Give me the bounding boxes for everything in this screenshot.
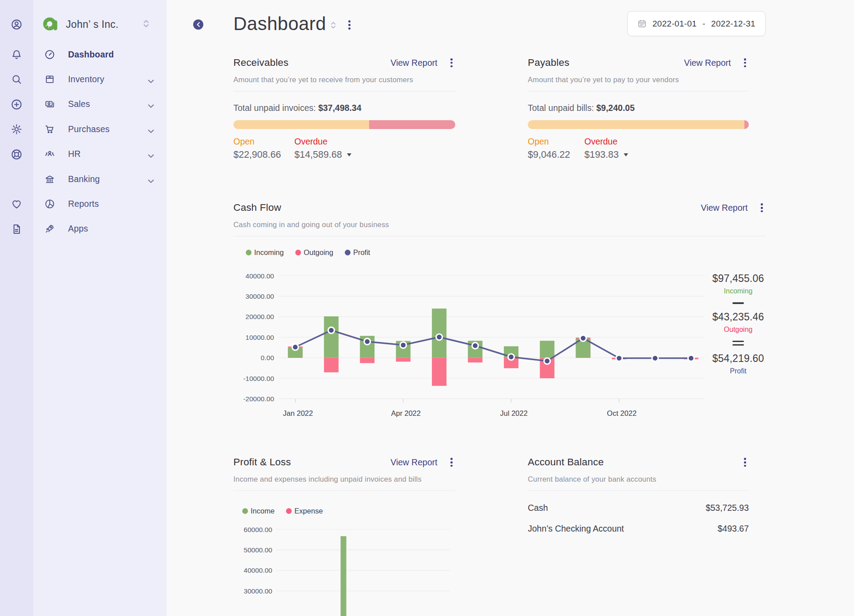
payables-title: Payables [528,57,569,68]
cashflow-title: Cash Flow [233,202,281,213]
cashflow-summary: $97,455.06 Incoming $43,235.46 Outgoing … [711,273,766,375]
sidebar-nav: Dashboard Inventory Sales Purchases [33,42,167,241]
svg-text:20000.00: 20000.00 [245,313,274,321]
overdue-dropdown-caret[interactable] [347,153,351,156]
account-row: John’s Checking Account $493.67 [528,524,749,534]
legend-incoming[interactable]: Incoming [246,248,284,257]
payables-subtitle: Amount that you’re yet to pay to your ve… [528,76,749,91]
profit-loss-kebab[interactable] [448,455,455,469]
legend-outgoing[interactable]: Outgoing [295,248,333,257]
sidebar-item-sales[interactable]: Sales [33,92,167,117]
payables-total: Total unpaid bills: $9,240.05 [528,103,749,113]
outgoing-dot-icon [295,250,301,255]
payables-kebab[interactable] [741,56,749,70]
company-switch-carets-icon[interactable] [143,20,149,29]
account-name: John’s Checking Account [528,524,624,534]
overdue-dropdown-caret[interactable] [624,153,628,156]
sidebar-item-apps[interactable]: Apps [33,217,167,241]
payables-open: Open $9,046.22 [528,137,584,160]
receivables-view-report-link[interactable]: View Report [391,58,438,68]
heart-icon[interactable] [11,198,23,210]
calendar-icon [637,19,647,28]
overdue-progress-segment [369,120,455,129]
svg-text:50000.00: 50000.00 [244,546,272,554]
incoming-total: $97,455.06 [711,273,766,285]
cashflow-view-report-link[interactable]: View Report [701,203,748,213]
receivables-subtitle: Amount that you’re yet to receive from y… [233,76,455,91]
life-ring-icon[interactable] [11,148,23,160]
svg-text:Oct 2022: Oct 2022 [607,409,637,417]
pie-icon [44,198,55,209]
date-range-picker[interactable]: 2022-01-01 - 2022-12-31 [627,11,766,36]
open-progress-segment [528,120,744,129]
box-icon [44,74,55,85]
svg-text:-20000.00: -20000.00 [243,395,274,403]
receivables-open: Open $22,908.66 [233,137,294,160]
account-balance-kebab[interactable] [741,455,749,469]
svg-text:-10000.00: -10000.00 [243,375,274,382]
people-icon [44,148,55,160]
plus-circle-icon[interactable] [11,99,23,110]
cashflow-kebab[interactable] [758,201,766,215]
receivables-card: Receivables View Report Amount that you’… [233,56,455,160]
icon-rail [0,0,33,616]
cashflow-subtitle: Cash coming in and going out of your bus… [233,221,766,236]
dashboard-switch-carets-icon[interactable] [331,22,336,30]
date-separator: - [702,19,705,29]
company-name: John’ s Inc. [66,19,118,30]
incoming-dot-icon [246,250,252,255]
profit-loss-subtitle: Income and expenses including unpaid inv… [233,475,455,491]
svg-text:10000.00: 10000.00 [245,334,274,341]
payables-card: Payables View Report Amount that you’re … [528,56,749,160]
search-icon[interactable] [11,73,23,85]
equals-icon [732,341,744,346]
date-end: 2022-12-31 [711,19,755,29]
svg-text:30000.00: 30000.00 [245,293,274,300]
company-switcher[interactable]: John’ s Inc. [43,15,160,34]
svg-text:60000.00: 60000.00 [244,526,272,533]
dashboard-menu-kebab[interactable] [346,18,353,32]
sidebar-item-purchases[interactable]: Purchases [33,117,167,141]
user-circle-icon[interactable] [11,19,23,30]
rocket-icon [44,223,55,234]
cashflow-chart: 40000.0030000.0020000.0010000.000.00-100… [233,269,706,422]
akaunting-logo-icon [43,16,59,32]
document-icon[interactable] [11,223,23,235]
receivables-kebab[interactable] [448,56,455,70]
bottom-cards-row: Profit & Loss View Report Income and exp… [233,455,766,616]
cash-icon [44,99,55,110]
sidebar-collapse-button[interactable] [193,19,203,30]
account-name: Cash [528,503,548,513]
outgoing-total: $43,235.46 [711,311,766,323]
sidebar-item-banking[interactable]: Banking [33,167,167,191]
profit-total: $54,219.60 [711,353,766,365]
sidebar-item-reports[interactable]: Reports [33,191,167,216]
account-balance-card: Account Balance Current balance of your … [528,455,749,616]
profit-loss-view-report-link[interactable]: View Report [391,457,438,468]
chevron-down-icon [148,77,154,81]
legend-profit[interactable]: Profit [345,248,370,257]
account-balance-value: $53,725.93 [705,503,749,513]
payables-view-report-link[interactable]: View Report [684,58,731,68]
gear-icon[interactable] [11,123,23,135]
sidebar-item-dashboard[interactable]: Dashboard [33,42,167,67]
svg-text:Apr 2022: Apr 2022 [391,409,421,417]
profit-loss-title: Profit & Loss [233,456,291,468]
sidebar-item-hr[interactable]: HR [33,142,167,167]
svg-text:40000.00: 40000.00 [244,567,272,574]
sidebar-item-inventory[interactable]: Inventory [33,67,167,91]
profit-dot-icon [345,250,351,255]
payables-progress-bar [528,120,749,129]
receivables-overdue: Overdue $14,589.68 [294,137,355,160]
receivables-progress-bar [233,120,455,129]
bell-icon[interactable] [11,49,23,61]
cart-icon [44,124,55,135]
svg-text:Jul 2022: Jul 2022 [500,409,527,417]
legend-income[interactable]: Income [242,507,274,515]
legend-expense[interactable]: Expense [286,507,323,515]
receivables-title: Receivables [233,57,289,68]
cashflow-card: Cash Flow View Report Cash coming in and… [233,201,766,422]
income-dot-icon [242,508,248,514]
svg-text:40000.00: 40000.00 [245,272,274,280]
page-header: Dashboard 2022-01-01 - 2022-12-31 [233,11,766,36]
